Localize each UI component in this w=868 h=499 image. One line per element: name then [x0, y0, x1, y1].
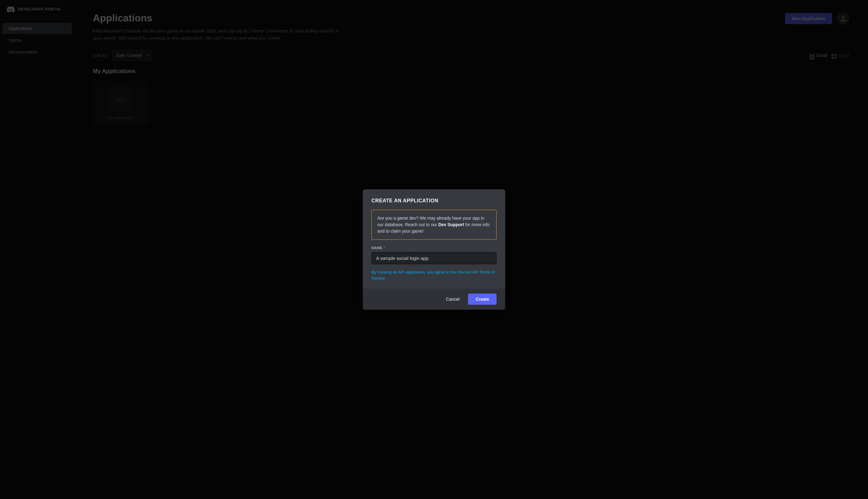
cancel-button[interactable]: Cancel — [441, 294, 465, 304]
modal-overlay[interactable]: CREATE AN APPLICATION Are you a game dev… — [0, 0, 868, 499]
modal-notice: Are you a game dev? We may already have … — [371, 210, 497, 240]
tos-text[interactable]: By creating an API application, you agre… — [371, 269, 497, 281]
modal-title: CREATE AN APPLICATION — [371, 198, 497, 204]
create-application-modal: CREATE AN APPLICATION Are you a game dev… — [363, 189, 505, 310]
modal-body: CREATE AN APPLICATION Are you a game dev… — [363, 189, 505, 289]
app-name-input[interactable] — [371, 252, 497, 264]
modal-notice-link[interactable]: Dev Support — [438, 222, 464, 227]
required-indicator: * — [383, 246, 385, 250]
modal-footer: Cancel Create — [363, 289, 505, 310]
create-button[interactable]: Create — [468, 294, 497, 305]
field-label: NAME * — [371, 246, 497, 250]
